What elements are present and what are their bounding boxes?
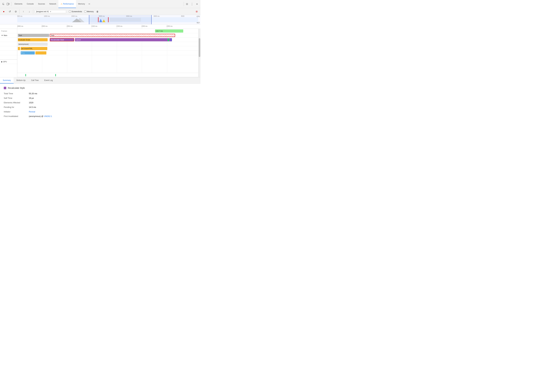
tick-1500ms: 1500 ms	[71, 15, 77, 17]
summary-row-elements: Elements Affected 1520	[4, 102, 197, 104]
flame-content[interactable]: 116.7 ms Task Task Evaluate Script Recal…	[17, 29, 198, 77]
zoom-tick-2150: 2150 ms	[116, 25, 122, 27]
flame-scrollbar[interactable]	[198, 29, 201, 77]
svg-rect-4	[9, 3, 9, 5]
initiator-label: Initiator	[4, 111, 29, 113]
gpu-label-row[interactable]: ▶ GPU	[0, 60, 17, 64]
upload-button[interactable]: ↑	[21, 9, 26, 14]
menu-button[interactable]: ⋮	[190, 2, 194, 6]
url-selector-chevron: ▾	[50, 10, 51, 13]
tab-memory[interactable]: Memory	[76, 0, 87, 8]
tab-call-tree[interactable]: Call Tree	[28, 77, 42, 84]
frames-row: 116.7 ms	[17, 29, 198, 33]
main-row-5: P...L	[17, 51, 198, 55]
svg-rect-0	[3, 3, 4, 3]
pending-label: Pending for	[4, 106, 29, 108]
toolbar-sep-2	[33, 9, 33, 14]
memory-checkbox-label[interactable]: Memory	[84, 10, 94, 13]
cpu-label: CPU	[197, 16, 200, 17]
settings-button[interactable]	[185, 2, 189, 6]
summary-color-swatch	[4, 87, 6, 89]
timeline-selection[interactable]	[89, 15, 152, 24]
zoom-timeline: 1950 ms 2000 ms 2050 ms 2100 ms 2150 ms …	[0, 24, 201, 29]
timeline-overview[interactable]: 500 ms 1000 ms 1500 ms 2000 ms 2500 ms 3…	[0, 15, 201, 24]
svg-point-5	[187, 4, 188, 4]
topbar-separator-2	[184, 2, 184, 6]
svg-point-6	[196, 11, 197, 12]
devtools-topbar: Elements Console Sources Network ⚠ Perfo…	[0, 0, 201, 8]
yellow-small-block	[18, 47, 20, 50]
self-time-value: 19 μs	[29, 97, 34, 99]
trash-icon: 🗑	[96, 10, 99, 13]
frame-116ms[interactable]: 116.7 ms	[155, 29, 183, 33]
screenshots-checkbox-label[interactable]: Screenshots	[69, 10, 82, 13]
pending-value: 14.5 ms	[29, 106, 36, 108]
first-invalidated-label: First Invalidated	[4, 115, 29, 117]
memory-checkbox[interactable]	[84, 10, 86, 13]
main-row-4: set innerHTML	[17, 46, 198, 51]
tick-1000ms: 1000 ms	[44, 15, 50, 17]
tab-network[interactable]: Network	[47, 0, 58, 8]
net-label: NET	[197, 22, 200, 24]
gpu-triangle: ▶	[1, 61, 3, 63]
tab-more[interactable]: ≫	[87, 0, 92, 8]
tick-3000ms: 3000 ms	[154, 15, 160, 17]
tab-summary[interactable]: Summary	[0, 77, 14, 84]
reload-record-button[interactable]: ↺	[8, 9, 12, 14]
evaluate-spacer	[0, 42, 17, 46]
first-invalidated-prefix: (anonymous) @	[29, 115, 44, 117]
tab-list: Elements Console Sources Network ⚠ Perfo…	[12, 0, 183, 8]
delete-recording-button[interactable]: 🗑	[95, 9, 100, 14]
gpu-bar-1	[25, 74, 26, 76]
layout-block[interactable]: Layout	[75, 38, 172, 41]
summary-panel: Recalculate Style Total Time 55.20 ms Se…	[0, 84, 201, 123]
pll-spacer	[0, 55, 17, 60]
tab-console[interactable]: Console	[25, 0, 36, 8]
clear-button[interactable]: ⊘	[14, 9, 18, 14]
evaluate-script-block[interactable]: Evaluate Script	[18, 38, 48, 41]
reveal-link[interactable]: Reveal	[29, 111, 35, 113]
set-inner-html-block[interactable]: set innerHTML	[21, 47, 47, 50]
task-spacer	[0, 37, 17, 42]
tick-3500ms: 3500	[181, 15, 184, 17]
download-button[interactable]: ↓	[27, 9, 32, 14]
anonymous-block[interactable]: (anonymous)	[18, 42, 48, 46]
pll-yellow-block[interactable]	[35, 51, 46, 55]
elements-value: 1520	[29, 102, 33, 104]
task-block-2[interactable]: Task	[50, 34, 175, 37]
tab-event-log[interactable]: Event Log	[42, 77, 56, 84]
layout-blue-marker	[171, 38, 171, 41]
record-button[interactable]: ●	[2, 9, 6, 14]
close-button[interactable]: ✕	[195, 2, 199, 6]
recalc-style-block[interactable]: Recalculate Style	[50, 38, 74, 41]
tab-sources[interactable]: Sources	[36, 0, 47, 8]
summary-title: Recalculate Style	[4, 87, 197, 89]
main-label-row[interactable]: ▼ Main	[0, 33, 17, 37]
tab-bottom-up[interactable]: Bottom-Up	[14, 77, 28, 84]
device-toolbar-icon[interactable]	[6, 2, 10, 6]
frames-label-row: Frames	[0, 29, 17, 33]
layout-green-marker	[168, 38, 169, 41]
checkbox-group: Screenshots Memory	[69, 10, 94, 13]
cursor-icon[interactable]	[1, 2, 6, 6]
vm262-link[interactable]: VM262:1	[44, 115, 52, 117]
sethtml-spacer	[0, 51, 17, 55]
tab-elements[interactable]: Elements	[12, 0, 25, 8]
task-block-1[interactable]: Task	[18, 34, 49, 37]
summary-row-initiator: Initiator Reveal	[4, 111, 197, 113]
pll-block[interactable]: P...L	[21, 51, 35, 55]
first-invalidated-value: (anonymous) @ VM262:1	[29, 115, 52, 117]
scrollbar-thumb[interactable]	[199, 38, 200, 57]
task-row-1: Task Task	[17, 33, 198, 37]
main-row-2: Evaluate Script Recalculate Style Layout	[17, 37, 198, 42]
tab-performance[interactable]: ⚠ Performance	[58, 0, 76, 8]
anon-spacer	[0, 46, 17, 51]
flame-labels: Frames ▼ Main ▶ GPU	[0, 29, 17, 77]
tick-500ms: 500 ms	[17, 15, 22, 17]
zoom-tick-2000: 2000 ms	[42, 25, 47, 27]
screenshots-checkbox[interactable]	[69, 10, 71, 13]
url-selector[interactable]: jlwagner.net #1 ▾	[35, 10, 66, 13]
elements-label: Elements Affected	[4, 102, 29, 104]
topbar-right: ⋮ ✕	[185, 2, 199, 6]
settings-cog-button[interactable]	[195, 9, 199, 14]
